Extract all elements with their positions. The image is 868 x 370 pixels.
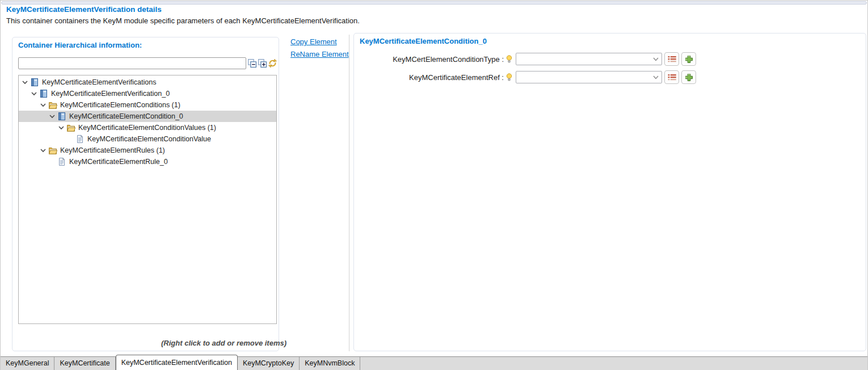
details-form: KeyMCertElementConditionType : [359,52,861,89]
bottom-tab[interactable]: KeyMNvmBlock [300,357,360,370]
chevron-down-icon[interactable] [22,79,30,85]
value-combobox[interactable] [516,71,662,83]
list-icon [668,74,676,81]
add-icon [685,73,693,82]
window-top-strip [1,1,867,5]
folder-open-icon [48,146,57,155]
bottom-tab[interactable]: KeyMCertificate [54,357,115,370]
tree-row[interactable]: KeyMCertificateElementConditionValue [19,133,276,145]
tree-node-label: KeyMCertificateElementRule_0 [69,158,168,166]
tab-label: KeyMCertificate [60,359,109,367]
container-tree[interactable]: KeyMCertificateElementVerifications KeyM… [18,75,277,324]
value-combobox[interactable] [516,53,662,65]
page-title: KeyMCertificateElementVerification detai… [6,5,162,14]
collapse-all-icon[interactable] [247,58,257,68]
tree-node-label: KeyMCertificateElementCondition_0 [69,112,183,120]
bottom-tab[interactable]: KeyMCertificateElementVerification [116,355,238,370]
tree-node-label: KeyMCertificateElementConditions (1) [60,101,180,109]
chevron-down-icon[interactable] [58,125,66,131]
field-label: KeyMCertElementConditionType : [359,55,504,64]
chevron-down-icon [653,57,659,61]
chevron-down-icon[interactable] [49,113,57,119]
refresh-icon[interactable] [268,58,277,68]
lightbulb-icon [506,55,512,64]
folder-open-icon [48,100,57,110]
book-icon [30,78,39,87]
tab-label: KeyMGeneral [6,359,49,367]
list-icon [668,56,676,63]
tree-node-label: KeyMCertificateElementConditionValue [87,135,211,143]
chevron-down-icon[interactable] [31,91,39,96]
add-value-button[interactable] [681,70,696,84]
book-icon [57,112,66,121]
tree-node-label: KeyMCertificateElementVerification_0 [51,90,170,98]
hierarchy-panel-title: Container Hierarchical information: [18,41,142,49]
tree-row[interactable]: KeyMCertificateElementVerification_0 [19,88,276,99]
chevron-down-icon[interactable] [49,159,57,165]
field-label: KeyMCertificateElementRef : [359,73,504,82]
tree-node-label: KeyMCertificateElementVerifications [42,78,156,86]
expand-all-icon[interactable] [258,58,267,68]
book-icon [39,89,48,98]
bottom-tab[interactable]: KeyMGeneral [1,357,54,370]
tab-label: KeyMCryptoKey [243,359,294,367]
chevron-down-icon [653,75,659,79]
document-icon [75,134,85,144]
tree-row[interactable]: KeyMCertificateElementVerifications [19,77,276,88]
chevron-down-icon[interactable] [40,102,48,108]
list-values-button[interactable] [664,52,679,66]
tree-row[interactable]: KeyMCertificateElementConditions (1) [19,99,276,111]
tree-row[interactable]: KeyMCertificateElementRules (1) [19,145,276,156]
form-field-row: KeyMCertificateElementRef : [359,70,861,84]
tab-label: KeyMCertificateElementVerification [121,359,232,367]
chevron-down-icon[interactable] [68,136,75,142]
folder-open-icon [66,123,75,132]
add-value-button[interactable] [681,52,696,66]
tree-row[interactable]: KeyMCertificateElementCondition_0 [19,111,276,122]
page-description: This container containers the KeyM modul… [6,16,360,25]
list-values-button[interactable] [664,70,679,84]
panel-divider [349,35,349,351]
tree-filter-input[interactable] [18,57,246,69]
copy-element-link[interactable]: Copy Element [290,37,337,46]
right-click-hint: (Right click to add or remove items) [161,339,286,347]
lightbulb-icon [506,73,512,82]
add-icon [685,55,693,64]
bottom-tab-bar: KeyMGeneral KeyMCertificate KeyMCertific… [1,356,868,370]
form-field-row: KeyMCertElementConditionType : [359,52,861,66]
document-icon [57,157,66,166]
bottom-tab[interactable]: KeyMCryptoKey [238,357,300,370]
tree-node-label: KeyMCertificateElementRules (1) [60,146,165,154]
keym-config-editor: KeyMCertificateElementVerification detai… [0,0,868,370]
element-details-panel: KeyMCertificateElementCondition_0 KeyMCe… [353,33,866,351]
chevron-down-icon[interactable] [40,148,48,153]
tab-label: KeyMNvmBlock [305,359,355,367]
container-hierarchy-panel: Container Hierarchical information: Key [12,37,279,351]
rename-element-link[interactable]: ReName Element [290,50,349,58]
details-panel-title: KeyMCertificateElementCondition_0 [360,37,487,45]
tree-row[interactable]: KeyMCertificateElementConditionValues (1… [19,122,276,133]
tree-node-label: KeyMCertificateElementConditionValues (1… [78,124,216,132]
tree-row[interactable]: KeyMCertificateElementRule_0 [19,156,276,167]
